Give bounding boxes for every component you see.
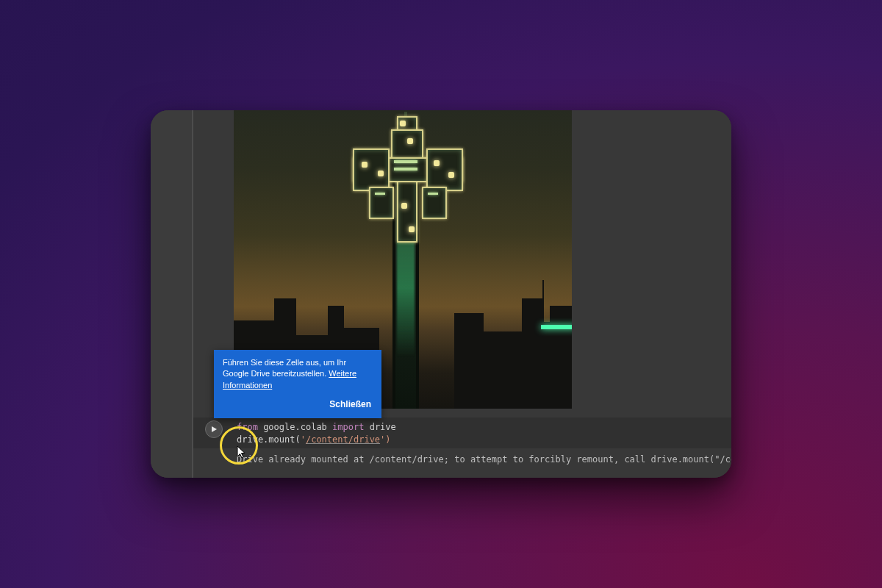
code-close: ') (380, 434, 390, 445)
app-window: Führen Sie diese Zelle aus, um Ihr Googl… (151, 110, 731, 478)
code-cell[interactable]: from google.colab import drive drive.mou… (193, 417, 731, 451)
run-cell-button[interactable] (205, 420, 223, 438)
code-quote-open: ' (301, 434, 306, 445)
tooltip-text: Führen Sie diese Zelle aus, um Ihr Googl… (223, 358, 346, 378)
image-neon-strip (541, 325, 572, 329)
code-path-string: /content/drive (306, 434, 380, 445)
code-module: google.colab (263, 422, 327, 432)
tooltip-close-button[interactable]: Schließen (328, 395, 373, 414)
code-kw-import: import (332, 422, 364, 432)
code-editor[interactable]: from google.colab import drive drive.mou… (234, 417, 731, 451)
code-call: drive.mount( (237, 434, 301, 445)
cell-output-text: Drive already mounted at /content/drive;… (193, 448, 731, 472)
image-tower (375, 110, 437, 409)
image-tower-head (340, 116, 472, 241)
colab-notebook: Führen Sie diese Zelle aus, um Ihr Googl… (151, 110, 731, 478)
run-button-column (193, 417, 234, 451)
notebook-main: Führen Sie diese Zelle aus, um Ihr Googl… (193, 110, 731, 478)
code-kw-from: from (237, 422, 258, 432)
desktop-background: Führen Sie diese Zelle aus, um Ihr Googl… (0, 0, 882, 588)
play-icon (210, 426, 218, 433)
drive-mount-tooltip: Führen Sie diese Zelle aus, um Ihr Googl… (214, 350, 381, 418)
cell-gutter (151, 110, 193, 478)
code-name: drive (370, 422, 396, 432)
